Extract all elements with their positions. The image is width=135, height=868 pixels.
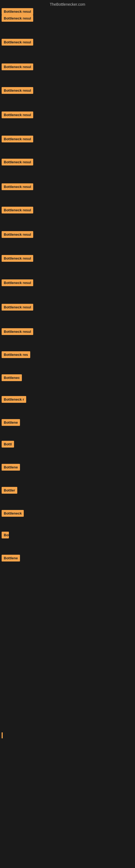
bottleneck-badge: Bottler bbox=[2, 487, 17, 494]
bottleneck-badge: Bottleneck bbox=[2, 510, 24, 517]
bottleneck-result-item: Bottleneck resul bbox=[0, 87, 33, 95]
bottleneck-result-item: Bottlenec bbox=[0, 374, 22, 382]
bottleneck-badge: Bottleneck resul bbox=[2, 255, 33, 262]
bottleneck-badge: Bottleneck resul bbox=[2, 112, 33, 118]
bottleneck-result-item: Bottleneck resul bbox=[0, 183, 33, 191]
bottleneck-badge: Bottleneck resul bbox=[2, 135, 33, 143]
bottleneck-result-item: Bottleneck resul bbox=[0, 279, 33, 287]
bottleneck-result-item: Bottleneck resul bbox=[0, 135, 33, 144]
bottleneck-badge: Bottleneck r bbox=[2, 396, 26, 403]
bottleneck-result-item: Bottlene bbox=[0, 464, 20, 472]
bottleneck-result-item: Bottleneck resul bbox=[0, 63, 33, 71]
bottleneck-result-item: Bottleneck resul bbox=[0, 231, 33, 239]
bottleneck-result-item: Bottleneck resul bbox=[0, 15, 33, 23]
bottleneck-badge: Bottleneck resul bbox=[2, 328, 33, 335]
bottleneck-badge: Bottleneck resul bbox=[2, 15, 33, 22]
bottleneck-result-item: Bottleneck resul bbox=[0, 255, 33, 263]
bottleneck-result-item: Bottleneck resul bbox=[0, 112, 33, 119]
bottleneck-result-item: Bot bbox=[0, 532, 9, 539]
bottleneck-badge: Bottlene bbox=[2, 555, 20, 561]
bottleneck-badge: Bottleneck resul bbox=[2, 63, 33, 70]
bottleneck-result-item: Bottlene bbox=[0, 555, 20, 563]
bottleneck-badge: Bottleneck resul bbox=[2, 87, 33, 94]
bottleneck-badge: Bottl bbox=[2, 441, 14, 447]
bottleneck-badge: Bottleneck resul bbox=[2, 159, 33, 165]
bottleneck-badge: Bottleneck resul bbox=[2, 304, 33, 311]
bottleneck-badge: Bottleneck resul bbox=[2, 279, 33, 286]
bottleneck-result-item: Bottleneck resul bbox=[0, 39, 33, 46]
bottleneck-badge: Bottlenec bbox=[2, 374, 22, 381]
bottleneck-badge: Bottleneck resul bbox=[2, 39, 33, 45]
bottleneck-badge: Bot bbox=[2, 532, 9, 538]
bottleneck-result-item: Bottler bbox=[0, 487, 17, 495]
bottleneck-result-item: Bottleneck resul bbox=[0, 328, 33, 336]
bottleneck-badge: Bottleneck resul bbox=[2, 231, 33, 238]
bottleneck-result-item: Bottleneck res bbox=[0, 351, 30, 359]
bottleneck-result-item: Bottleneck resul bbox=[0, 207, 33, 215]
bottleneck-result-item: Bottl bbox=[0, 441, 14, 448]
bottleneck-result-item: Bottleneck r bbox=[0, 396, 26, 404]
bottleneck-badge: Bottleneck res bbox=[2, 351, 30, 358]
bottleneck-result-item: Bottleneck resul bbox=[0, 159, 33, 166]
bottleneck-badge: Bottleneck resul bbox=[2, 8, 33, 15]
bottleneck-badge: Bottlene bbox=[2, 419, 20, 426]
bottleneck-result-item: Bottleneck bbox=[0, 510, 24, 518]
bottleneck-result-item: Bottlene bbox=[0, 419, 20, 427]
small-indicator bbox=[2, 733, 3, 738]
bottleneck-badge: Bottlene bbox=[2, 464, 20, 471]
bottleneck-badge: Bottleneck resul bbox=[2, 183, 33, 190]
bottleneck-badge: Bottleneck resul bbox=[2, 207, 33, 214]
site-title: TheBottlenecker.com bbox=[0, 0, 135, 8]
bottleneck-result-item: Bottleneck resul bbox=[0, 304, 33, 312]
